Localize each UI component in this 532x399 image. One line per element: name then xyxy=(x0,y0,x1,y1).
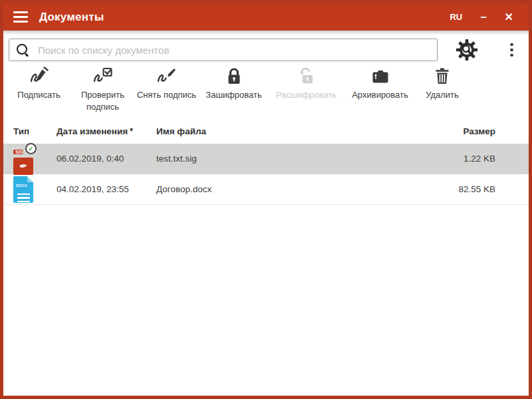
titlebar: Документы RU − ✕ xyxy=(3,3,529,31)
search-row xyxy=(3,35,529,63)
document-text-lines xyxy=(13,194,33,203)
delete-button[interactable]: Удалить xyxy=(417,66,467,101)
column-header-type[interactable]: Тип xyxy=(13,126,57,136)
encrypt-lock-icon xyxy=(224,66,244,86)
sort-descending-icon: ▾ xyxy=(130,126,133,133)
row-size: 1.22 KB xyxy=(422,154,495,164)
search-box xyxy=(9,39,438,61)
minimize-button[interactable]: − xyxy=(480,12,486,23)
toolbar: Подписать Проверить подпись Снять подпис… xyxy=(3,63,529,116)
remove-signature-button[interactable]: Снять подпись xyxy=(135,66,198,101)
table-header: Тип Дата изменения▾ Имя файла Размер xyxy=(3,118,529,144)
archive-button[interactable]: Архивировать xyxy=(343,66,417,101)
docx-file-type-label: DOCX xyxy=(13,184,27,188)
column-header-date-label: Дата изменения xyxy=(57,126,128,136)
signature-valid-badge: ✓ xyxy=(25,143,37,154)
row-size: 82.55 KB xyxy=(422,184,495,194)
titlebar-shadow xyxy=(3,31,529,35)
toolbar-label: Снять подпись xyxy=(137,89,196,101)
settings-search-button[interactable] xyxy=(456,39,478,61)
gear-search-icon xyxy=(456,39,478,61)
column-header-date[interactable]: Дата изменения▾ xyxy=(57,126,156,136)
toolbar-label: Зашифровать xyxy=(205,89,261,101)
encrypt-button[interactable]: Зашифровать xyxy=(198,66,269,101)
decrypt-button: Расшифровать xyxy=(269,66,343,101)
row-filename: test.txt.sig xyxy=(156,154,422,164)
toolbar-label: Архивировать xyxy=(352,89,408,101)
toolbar-label: Подписать xyxy=(17,89,60,101)
row-filename: Договор.docx xyxy=(156,184,422,194)
close-button[interactable]: ✕ xyxy=(505,12,513,23)
row-date: 04.02.2019, 23:55 xyxy=(57,184,156,194)
sign-icon xyxy=(29,66,49,86)
row-date: 06.02.2019, 0:40 xyxy=(57,154,156,164)
sig-file-type-label: SIG xyxy=(13,150,23,154)
menu-icon[interactable] xyxy=(13,11,28,23)
app-window: Документы RU − ✕ xyxy=(0,0,532,399)
remove-signature-icon xyxy=(157,66,177,86)
verify-signature-icon xyxy=(93,66,113,86)
table-row[interactable]: DOCX 04.02.2019, 23:55 Договор.docx 82.5… xyxy=(3,174,529,205)
search-input[interactable] xyxy=(38,45,430,56)
docx-file-icon: DOCX xyxy=(13,176,33,203)
delete-trash-icon xyxy=(432,66,452,86)
verify-signature-button[interactable]: Проверить подпись xyxy=(70,66,135,113)
search-icon xyxy=(16,43,29,57)
pen-nib-icon: ✒ xyxy=(19,160,29,173)
column-header-size[interactable]: Размер xyxy=(422,126,495,136)
table-row[interactable]: SIG ✒ ✓ 06.02.2019, 0:40 test.txt.sig 1.… xyxy=(3,144,529,174)
sig-file-icon: SIG ✒ ✓ xyxy=(13,146,35,172)
more-options-button[interactable] xyxy=(506,41,517,60)
language-badge[interactable]: RU xyxy=(450,12,462,22)
column-header-name[interactable]: Имя файла xyxy=(156,126,422,136)
page-title: Документы xyxy=(39,11,104,24)
sign-button[interactable]: Подписать xyxy=(7,66,70,101)
decrypt-unlock-icon xyxy=(297,66,317,86)
toolbar-label: Проверить подпись xyxy=(70,89,135,113)
archive-icon xyxy=(370,66,390,86)
toolbar-label: Удалить xyxy=(426,89,459,101)
toolbar-label: Расшифровать xyxy=(276,89,336,101)
